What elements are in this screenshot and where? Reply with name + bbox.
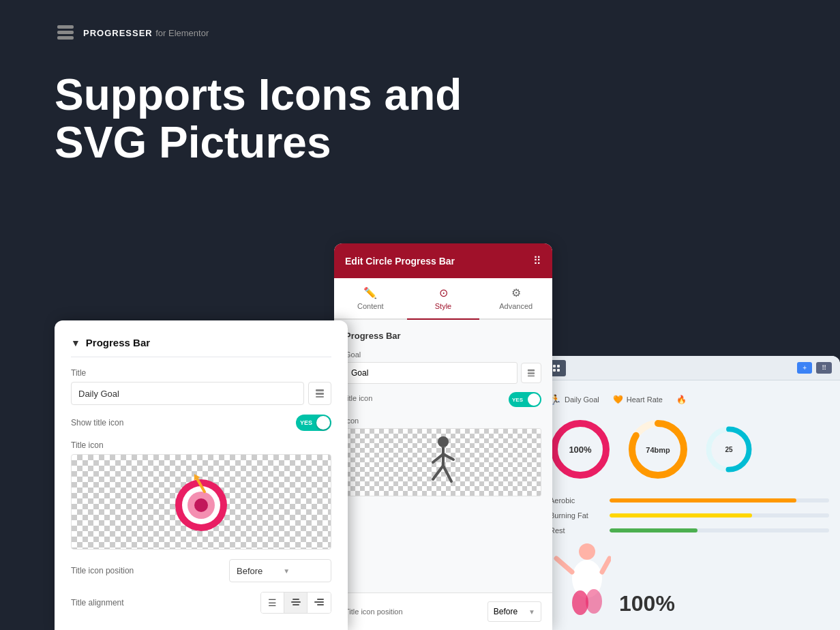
svg-point-40 <box>579 543 595 560</box>
svg-line-23 <box>433 454 443 462</box>
legend-heart-rate: 🧡 Heart Rate <box>613 395 663 404</box>
panel2-tabs: ✏️ Content ⊙ Style ⚙ Advanced <box>334 278 552 320</box>
align-left-btn[interactable]: ☰ <box>261 592 284 613</box>
title-icon-position-select[interactable]: Before ▼ <box>229 559 331 582</box>
hero-line1: Supports Icons and <box>55 70 462 119</box>
svg-rect-27 <box>553 365 556 368</box>
panel3-topbar: + ⠿ <box>539 356 840 380</box>
content-tab-label: Content <box>357 302 384 310</box>
panel2-header: Edit Circle Progress Bar ⠿ <box>334 243 552 278</box>
p2-position-label: Title icon position <box>345 608 403 616</box>
panel1-title: Progress Bar <box>86 337 150 348</box>
title-icon-position-row: Title icon position Before ▼ <box>71 559 331 582</box>
show-title-icon-row: Show title icon YES <box>71 415 331 431</box>
align-center-btn[interactable] <box>284 592 308 613</box>
advanced-tab-icon: ⚙ <box>511 286 521 299</box>
bar-rest-label: Rest <box>550 526 604 535</box>
p2-icon-preview[interactable] <box>345 428 541 496</box>
logo-icon <box>55 22 76 44</box>
p2-position-value: Before <box>494 607 518 616</box>
svg-text:25: 25 <box>725 446 733 453</box>
p2-position-select[interactable]: Before ▼ <box>487 601 541 622</box>
circle-daily-goal: 100% <box>550 419 611 480</box>
bar-aerobic: Aerobic <box>550 496 829 505</box>
p2-bottom-bar: Title icon position Before ▼ <box>334 592 552 630</box>
p2-goal-input[interactable] <box>345 362 518 384</box>
panel1-section-header: ▼ Progress Bar <box>71 337 331 357</box>
big-percent-value: 100% <box>619 591 675 616</box>
show-title-icon-toggle[interactable]: YES <box>296 415 331 431</box>
title-icon-position-label: Title icon position <box>71 566 134 575</box>
svg-rect-3 <box>316 389 324 391</box>
title-icon-btn[interactable] <box>308 382 331 405</box>
title-alignment-row: Title alignment ☰ <box>71 592 331 614</box>
title-icon-preview[interactable] <box>71 454 331 550</box>
title-field-label: Title <box>71 368 331 378</box>
svg-rect-18 <box>528 370 535 372</box>
content-tab-icon: ✏️ <box>363 286 377 299</box>
walker-svg-icon <box>423 435 464 490</box>
bar-aerobic-track <box>610 498 829 502</box>
svg-line-42 <box>556 558 572 572</box>
bar-burning-fat-fill <box>610 513 752 518</box>
target-svg-icon <box>167 468 235 536</box>
title-input[interactable] <box>71 382 304 405</box>
bar-burning-fat-track <box>610 513 829 518</box>
circle-other: 25 <box>705 419 753 480</box>
svg-rect-15 <box>317 599 324 600</box>
svg-text:100%: 100% <box>569 445 592 455</box>
p2-goal-label: Goal <box>345 350 541 359</box>
svg-point-9 <box>194 498 208 512</box>
grid-menu-icon[interactable]: ⠿ <box>533 254 541 267</box>
show-title-icon-label: Show title icon <box>71 418 123 427</box>
svg-text:74bmp: 74bmp <box>646 446 670 454</box>
p2-section-title: Progress Bar <box>345 331 541 341</box>
title-icon-group: Title icon <box>71 440 331 550</box>
bar-burning-fat: Burning Fat <box>550 511 829 520</box>
legend-heart-rate-icon: 🧡 <box>613 395 623 404</box>
title-input-row <box>71 382 331 405</box>
svg-line-24 <box>443 454 453 460</box>
svg-rect-1 <box>57 31 74 34</box>
human-figure-svg <box>550 541 611 616</box>
svg-rect-13 <box>291 601 301 603</box>
brand-name: PROGRESSER <box>83 28 153 38</box>
tab-style[interactable]: ⊙ Style <box>407 278 480 320</box>
tab-advanced[interactable]: ⚙ Advanced <box>479 278 552 320</box>
svg-rect-20 <box>528 375 535 376</box>
select-value: Before <box>237 566 262 576</box>
panel-progress-bar-settings: ▼ Progress Bar Title Show title icon YES <box>55 320 348 630</box>
select-arrow-icon: ▼ <box>283 567 290 575</box>
p2-toggle[interactable]: YES <box>509 392 541 407</box>
p2-toggle-yes-label: YES <box>512 397 523 403</box>
legend-daily-goal-label: Daily Goal <box>565 395 599 404</box>
bar-burning-fat-label: Burning Fat <box>550 511 604 520</box>
add-widget-btn[interactable]: + <box>797 362 812 374</box>
grid-options-btn[interactable]: ⠿ <box>816 362 832 374</box>
brand-text: PROGRESSER for Elementor <box>83 27 209 39</box>
hero-headline: Supports Icons and SVG Pictures <box>55 71 464 167</box>
svg-point-21 <box>438 436 449 447</box>
p2-goal-icon-btn[interactable] <box>521 363 541 383</box>
advanced-tab-label: Advanced <box>499 302 532 310</box>
svg-rect-29 <box>553 369 556 372</box>
p2-title-icon-label: title icon <box>345 394 372 402</box>
legend-other: 🔥 <box>676 395 687 404</box>
align-right-btn[interactable] <box>308 592 331 613</box>
p2-goal-input-row <box>345 362 541 384</box>
p2-icon-group: icon <box>345 417 541 496</box>
circle-other-svg: 25 <box>705 419 753 480</box>
panel-dashboard-preview: + ⠿ 🏃 Daily Goal 🧡 Heart Rate 🔥 <box>539 356 840 630</box>
hero-section: Supports Icons and SVG Pictures <box>0 44 840 167</box>
circle-heart-rate: 74bmp <box>627 419 689 480</box>
header: PROGRESSER for Elementor <box>0 0 840 44</box>
bar-aerobic-label: Aerobic <box>550 496 604 505</box>
collapse-arrow-icon[interactable]: ▼ <box>71 338 80 348</box>
legend-daily-goal: 🏃 Daily Goal <box>550 394 599 405</box>
dashboard-legend: 🏃 Daily Goal 🧡 Heart Rate 🔥 <box>550 394 829 405</box>
tab-content[interactable]: ✏️ Content <box>334 278 407 320</box>
p2-icon-label: icon <box>345 417 541 425</box>
toggle-yes-label: YES <box>300 419 312 426</box>
svg-rect-30 <box>557 369 560 372</box>
svg-rect-28 <box>557 365 560 368</box>
